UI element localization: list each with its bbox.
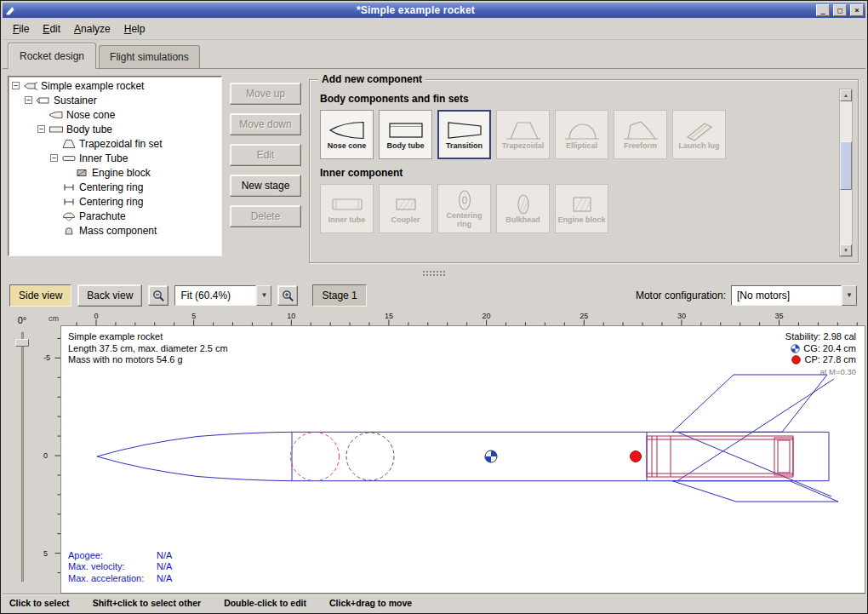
tree-item-simple-example-rocket[interactable]: −Simple example rocket — [9, 78, 221, 93]
svg-text:5: 5 — [43, 549, 48, 558]
minimize-button[interactable]: _ — [816, 4, 830, 16]
zoom-level-select[interactable]: Fit (60.4%) ▼ — [174, 285, 271, 306]
maximize-button[interactable]: □ — [833, 4, 847, 16]
stage-1-button[interactable]: Stage 1 — [312, 284, 366, 307]
nose-cone-outline[interactable] — [97, 432, 292, 480]
zoom-in-button[interactable] — [277, 285, 298, 306]
tree-item-label: Trapezoidal fin set — [79, 138, 163, 150]
add-launch-lug-button: Launch lug — [672, 110, 726, 159]
component-button-label: Nose cone — [328, 142, 367, 151]
engineblock-icon — [74, 168, 89, 178]
tree-item-centering-ring[interactable]: Centering ring — [9, 194, 221, 209]
tree-item-parachute[interactable]: Parachute — [9, 209, 221, 223]
chevron-down-icon[interactable]: ▼ — [256, 285, 271, 306]
bulkhead-icon — [505, 193, 542, 215]
stability-label: Stability: — [785, 331, 821, 341]
fin-lower-outline[interactable] — [672, 481, 838, 502]
innertube-icon — [61, 153, 77, 164]
component-button-label: Inner tube — [328, 216, 366, 225]
rotation-slider[interactable] — [14, 329, 30, 585]
motor-config-select[interactable]: [No motors] ▼ — [731, 285, 857, 306]
flight-stat-value: N/A — [157, 573, 172, 583]
scroll-up-icon: ▲ — [843, 93, 848, 98]
rocket-canvas[interactable]: Simple example rocket Length 37.5 cm, ma… — [60, 325, 865, 594]
flight-stat-label: Max. velocity: — [68, 561, 157, 573]
back-view-button[interactable]: Back view — [77, 284, 142, 307]
scroll-down-button[interactable]: ▼ — [840, 244, 852, 256]
scroll-up-button[interactable]: ▲ — [840, 89, 852, 101]
scrollbar-track[interactable] — [840, 101, 852, 244]
tree-item-inner-tube[interactable]: −Inner Tube — [9, 151, 221, 165]
component-scrollbar[interactable]: ▲ ▼ — [839, 89, 853, 257]
side-view-button[interactable]: Side view — [9, 284, 71, 307]
menu-help[interactable]: Help — [117, 20, 152, 38]
fin-upper-outline[interactable] — [672, 375, 827, 432]
menu-file[interactable]: File — [6, 20, 36, 38]
tree-item-mass-component[interactable]: Mass component — [9, 223, 221, 238]
splitter[interactable] — [3, 267, 865, 279]
motor-config-value: [No motors] — [731, 285, 842, 306]
rocket-drawing[interactable] — [61, 326, 865, 590]
menu-edit[interactable]: Edit — [36, 20, 67, 38]
add-transition-button[interactable]: Transition — [437, 110, 491, 159]
flight-stat-label: Apogee: — [68, 550, 157, 562]
scrollbar-thumb[interactable] — [840, 141, 852, 190]
component-button-label: Coupler — [391, 216, 420, 225]
chevron-down-icon[interactable]: ▼ — [842, 285, 857, 306]
transition-icon — [446, 119, 483, 141]
status-hint: Click+drag to move — [329, 598, 412, 608]
zoom-out-button[interactable] — [148, 285, 168, 306]
tree-expander-icon[interactable]: − — [25, 96, 32, 104]
canvas-main: cm 05101520253035 -505 — [42, 312, 865, 594]
flight-stat-value: N/A — [157, 550, 172, 560]
tree-item-trapezoidal-fin-set[interactable]: Trapezoidal fin set — [9, 136, 221, 151]
tree-expander-icon[interactable]: − — [37, 125, 45, 133]
tree-expander-icon[interactable]: − — [12, 82, 20, 89]
svg-text:25: 25 — [580, 312, 588, 320]
mass-marker[interactable] — [346, 433, 394, 480]
rotation-slider-track[interactable] — [21, 332, 24, 582]
delete-button: Delete — [230, 205, 301, 227]
tree-item-body-tube[interactable]: −Body tube — [9, 122, 221, 136]
tree-item-nose-cone[interactable]: Nose cone — [9, 107, 221, 122]
rocket-name: Simple example rocket — [68, 331, 228, 343]
tree-item-centering-ring[interactable]: Centering ring — [9, 180, 221, 194]
rotation-slider-handle[interactable] — [15, 339, 29, 347]
add-nose-cone-button[interactable]: Nose cone — [320, 110, 374, 159]
tree-item-engine-block[interactable]: Engine block — [9, 165, 221, 180]
tab-rocket-design[interactable]: Rocket design — [8, 43, 96, 69]
stability-value: 2.98 cal — [823, 331, 856, 341]
motor-config-label: Motor configuration: — [636, 290, 726, 301]
nosecone-icon — [328, 119, 366, 141]
svg-text:30: 30 — [677, 312, 686, 320]
tab-flight-simulations[interactable]: Flight simulations — [99, 45, 200, 68]
tree-expander-icon[interactable]: − — [50, 154, 58, 162]
launchlug-icon — [681, 119, 718, 141]
body-components-and-fin-sets-row: Nose coneBody tubeTransitionTrapezoidalE… — [320, 110, 832, 159]
status-hint: Click to select — [9, 598, 70, 608]
add-body-tube-button[interactable]: Body tube — [379, 110, 432, 159]
tree-item-label: Body tube — [66, 123, 112, 135]
cg-icon — [791, 344, 800, 353]
fin-far-edges — [677, 379, 834, 496]
menu-analyze[interactable]: Analyze — [67, 20, 117, 38]
component-tree[interactable]: −Simple example rocket−SustainerNose con… — [8, 76, 222, 256]
title-bar[interactable]: *Simple example rocket _ □ × — [3, 3, 865, 18]
component-button-label: Bulkhead — [505, 216, 540, 225]
rotation-label: 0° — [18, 315, 27, 325]
close-button[interactable]: × — [850, 4, 864, 16]
body-components-and-fin-sets-label: Body components and fin sets — [320, 93, 832, 105]
parachute-marker[interactable] — [291, 433, 340, 481]
tree-item-sustainer[interactable]: −Sustainer — [9, 93, 221, 107]
motor-mount-outline[interactable] — [647, 436, 793, 477]
app-icon — [4, 5, 16, 16]
innertube-icon — [328, 193, 366, 215]
centeringring-icon — [61, 197, 77, 207]
tree-item-label: Centering ring — [79, 196, 143, 208]
coupler-icon — [387, 193, 425, 215]
tab-row: Rocket designFlight simulations — [3, 40, 865, 69]
elliptical-icon — [563, 119, 601, 141]
app-window: *Simple example rocket _ □ × FileEditAna… — [0, 0, 868, 614]
splitter-handle-icon — [422, 270, 446, 276]
new-stage-button[interactable]: New stage — [230, 175, 301, 197]
